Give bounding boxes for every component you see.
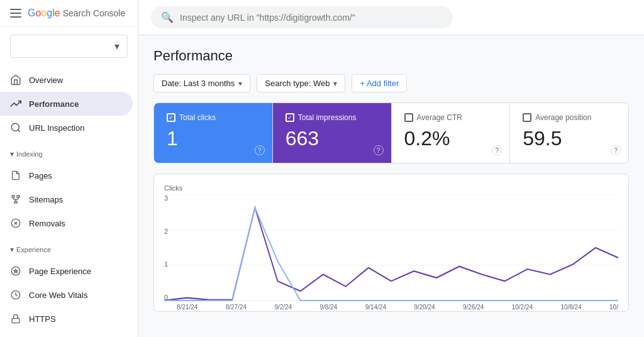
sidebar-item-label: Performance (29, 99, 79, 109)
add-filter-button[interactable]: + Add filter (352, 74, 407, 92)
indexing-nav: Pages Sitemaps Removals (0, 161, 138, 238)
metric-label-ctr: Average CTR (417, 113, 462, 122)
filter-bar: Date: Last 3 months ▾ Search type: Web ▾… (153, 74, 629, 92)
date-filter-button[interactable]: Date: Last 3 months ▾ (153, 74, 250, 92)
trending-up-icon (10, 98, 21, 109)
lock-icon (10, 313, 21, 324)
file-icon (10, 170, 21, 181)
chart-svg (164, 194, 618, 301)
section-label-text: Indexing (16, 150, 43, 158)
property-selector[interactable]: ▾ (10, 35, 128, 58)
search-type-label: Search type: Web (265, 79, 330, 88)
sidebar-item-removals[interactable]: Removals (0, 211, 133, 235)
section-label-text: Experience (16, 246, 51, 253)
sidebar-item-label: Pages (29, 171, 52, 180)
svg-point-0 (11, 123, 19, 131)
google-logo: Google Search Console (28, 8, 125, 19)
x-label-0: 8/21/24 (177, 304, 197, 311)
sidebar-item-label: HTTPS (29, 314, 56, 324)
performance-content: Performance Date: Last 3 months ▾ Search… (138, 35, 644, 337)
search-icon: 🔍 (161, 11, 174, 23)
hamburger-icon[interactable] (10, 9, 21, 18)
search-icon (10, 122, 21, 133)
x-axis-labels: 8/21/24 8/27/24 9/2/24 9/8/24 9/14/24 9/… (164, 301, 618, 311)
metric-card-total-clicks[interactable]: Total clicks 1 ? (154, 103, 273, 163)
sidebar-item-label: URL Inspection (29, 123, 84, 133)
section-enhancements: ▾ Enhancements (0, 333, 138, 337)
property-chevron-icon: ▾ (114, 40, 119, 52)
sidebar-item-performance[interactable]: Performance (0, 92, 133, 116)
metric-card-average-ctr[interactable]: Average CTR 0.2% ? (392, 103, 511, 163)
app-name-label: Search Console (63, 8, 126, 18)
metric-checkbox-clicks[interactable] (167, 113, 175, 122)
sitemap-icon (10, 194, 21, 205)
sidebar-item-core-web-vitals[interactable]: Core Web Vitals (0, 283, 133, 307)
performance-chart: Clicks 3 2 (153, 174, 629, 312)
metric-label-clicks: Total clicks (179, 113, 216, 122)
section-indexing: ▾ Indexing (0, 142, 138, 161)
sidebar: Google Search Console ▾ Overview Perform… (0, 0, 138, 337)
metric-value-ctr: 0.2% (404, 127, 497, 150)
sidebar-item-label: Overview (29, 75, 63, 85)
x-label-2: 9/2/24 (274, 304, 292, 311)
experience-nav: Page Experience Core Web Vitals HTTPS (0, 257, 138, 333)
x-label-8: 10/8/24 (560, 304, 581, 311)
sidebar-header: Google Search Console (0, 0, 138, 27)
sidebar-item-pages[interactable]: Pages (0, 163, 133, 187)
x-label-3: 9/8/24 (320, 304, 338, 311)
metric-label-impressions: Total impressions (298, 113, 357, 122)
x-label-9: 10/ (609, 304, 618, 311)
metric-checkbox-impressions[interactable] (286, 113, 294, 122)
metric-cards: Total clicks 1 ? Total impressions 663 ?… (153, 102, 629, 163)
x-label-5: 9/20/24 (414, 304, 435, 311)
sidebar-item-label: Core Web Vitals (29, 290, 87, 300)
metric-value-clicks: 1 (167, 127, 260, 150)
svg-rect-13 (12, 318, 19, 323)
x-label-6: 9/26/24 (463, 304, 484, 311)
metric-checkbox-ctr[interactable] (404, 113, 413, 122)
metric-label-position: Average position (535, 113, 591, 122)
main-content: 🔍 Performance Date: Last 3 months ▾ Sear… (138, 0, 644, 337)
x-label-7: 10/2/24 (512, 304, 533, 311)
speed-icon (10, 289, 21, 301)
sidebar-item-label: Sitemaps (29, 195, 63, 204)
x-label-1: 8/27/24 (226, 304, 247, 311)
home-icon (10, 74, 21, 86)
svg-line-1 (18, 130, 19, 131)
metric-card-total-impressions[interactable]: Total impressions 663 ? (273, 103, 392, 163)
date-filter-label: Date: Last 3 months (162, 79, 235, 88)
sidebar-item-page-experience[interactable]: Page Experience (0, 259, 133, 283)
chart-y-label: Clicks (164, 184, 618, 192)
sidebar-item-overview[interactable]: Overview (0, 68, 133, 92)
svg-point-12 (11, 267, 19, 275)
section-experience: ▾ Experience (0, 238, 138, 257)
metric-value-impressions: 663 (286, 127, 379, 150)
url-search-input[interactable] (180, 13, 443, 23)
sidebar-item-https[interactable]: HTTPS (0, 307, 133, 331)
metric-value-position: 59.5 (523, 127, 616, 150)
remove-circle-icon (10, 218, 21, 229)
help-icon-clicks[interactable]: ? (255, 145, 265, 155)
sidebar-item-label: Page Experience (29, 267, 91, 276)
help-icon-position[interactable]: ? (611, 145, 621, 155)
url-search-bar[interactable]: 🔍 (151, 6, 453, 28)
svg-rect-2 (12, 196, 14, 197)
chevron-down-icon: ▾ (333, 79, 337, 88)
chevron-down-icon: ▾ (238, 79, 242, 88)
metric-checkbox-position[interactable] (523, 113, 531, 122)
sidebar-item-url-inspection[interactable]: URL Inspection (0, 116, 133, 140)
search-type-filter-button[interactable]: Search type: Web ▾ (257, 74, 345, 92)
main-nav: Overview Performance URL Inspection (0, 65, 138, 142)
svg-rect-3 (17, 196, 19, 197)
x-label-4: 9/14/24 (365, 304, 386, 311)
sidebar-item-label: Removals (29, 219, 65, 228)
help-icon-impressions[interactable]: ? (374, 145, 384, 155)
chart-area: 3 2 1 0 (164, 194, 618, 301)
add-filter-label: + Add filter (360, 79, 399, 88)
help-icon-ctr[interactable]: ? (492, 145, 502, 155)
svg-rect-4 (14, 201, 17, 203)
sidebar-item-sitemaps[interactable]: Sitemaps (0, 187, 133, 211)
topbar: 🔍 (138, 0, 644, 35)
star-icon (10, 265, 21, 277)
metric-card-average-position[interactable]: Average position 59.5 ? (510, 103, 628, 163)
